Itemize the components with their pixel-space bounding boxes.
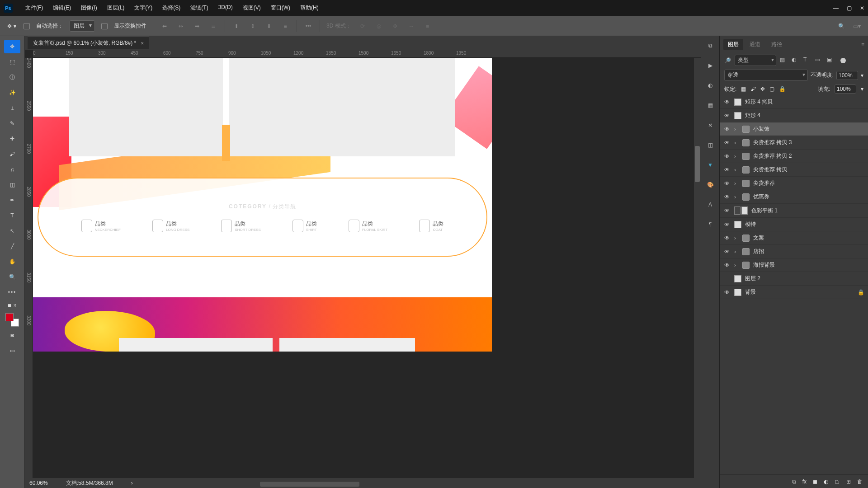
- filter-toggle-icon[interactable]: [840, 58, 846, 63]
- expand-arrow-icon[interactable]: ›: [734, 235, 739, 241]
- layer-row[interactable]: 👁背景🔒: [720, 286, 868, 299]
- layer-name[interactable]: 文案: [753, 234, 764, 242]
- menu-filter[interactable]: 滤镜(T): [187, 2, 212, 14]
- eraser-tool[interactable]: ◫: [4, 178, 20, 192]
- lock-artboard-icon[interactable]: ▢: [769, 86, 774, 92]
- align-vcenter-icon[interactable]: ⇕: [248, 21, 258, 31]
- color-swatches[interactable]: [5, 313, 19, 327]
- clone-stamp-tool[interactable]: ⎌: [4, 163, 20, 176]
- panel-icon[interactable]: A: [705, 200, 715, 210]
- filter-shape-icon[interactable]: ▭: [815, 56, 823, 65]
- new-layer-icon[interactable]: ⊞: [846, 479, 851, 485]
- opacity-input[interactable]: 100%: [836, 71, 858, 80]
- expand-arrow-icon[interactable]: ›: [734, 194, 739, 200]
- line-tool[interactable]: ╱: [4, 239, 20, 253]
- canvas[interactable]: COTEGORY / 分类导航 品类NECKERCHIEF品类LONG DRES…: [33, 58, 694, 478]
- menu-file[interactable]: 文件(F): [22, 2, 47, 14]
- panel-icon[interactable]: ▦: [705, 100, 715, 110]
- visibility-toggle[interactable]: 👁: [723, 126, 731, 133]
- expand-arrow-icon[interactable]: ›: [734, 153, 739, 160]
- dropdown-icon[interactable]: ▾: [861, 86, 863, 92]
- layer-row[interactable]: 👁矩形 4: [720, 109, 868, 122]
- type-tool[interactable]: T: [4, 209, 20, 222]
- visibility-toggle[interactable]: 👁: [723, 262, 731, 269]
- lasso-tool[interactable]: ⓛ: [4, 70, 20, 84]
- scrollbar-thumb[interactable]: [695, 146, 700, 182]
- delete-layer-icon[interactable]: 🗑: [857, 479, 863, 485]
- visibility-toggle[interactable]: 👁: [723, 153, 731, 160]
- status-arrow-icon[interactable]: ›: [131, 480, 133, 486]
- panel-icon[interactable]: ▶: [705, 61, 715, 70]
- align-bottom-icon[interactable]: ⬇: [264, 21, 274, 31]
- layer-row[interactable]: 👁›尖货推荐 拷贝 2: [720, 150, 868, 163]
- expand-arrow-icon[interactable]: ›: [734, 167, 739, 173]
- swap-colors-icon[interactable]: ⤭: [13, 303, 17, 308]
- visibility-toggle[interactable]: 👁: [723, 207, 731, 214]
- vertical-ruler[interactable]: 2400255027002850300031503300: [25, 58, 33, 478]
- visibility-toggle[interactable]: 👁: [723, 180, 731, 187]
- layer-row[interactable]: 👁›尖货推荐 拷贝 3: [720, 136, 868, 150]
- visibility-toggle[interactable]: 👁: [723, 112, 731, 119]
- layer-row[interactable]: 👁›小装饰: [720, 122, 868, 136]
- filter-pixel-icon[interactable]: ▧: [780, 56, 788, 65]
- filter-type-icon[interactable]: T: [803, 56, 811, 65]
- layer-row[interactable]: 👁›文案: [720, 231, 868, 245]
- document-tab[interactable]: 女装首页.psd @ 60.1% (小装饰, RGB/8#) * ×: [28, 37, 149, 49]
- path-select-tool[interactable]: ↖: [4, 224, 20, 238]
- more-options-icon[interactable]: •••: [303, 21, 313, 31]
- default-colors-icon[interactable]: ◼: [8, 303, 11, 308]
- visibility-toggle[interactable]: 👁: [723, 99, 731, 106]
- layer-list[interactable]: 👁矩形 4 拷贝👁矩形 4👁›小装饰👁›尖货推荐 拷贝 3👁›尖货推荐 拷贝 2…: [720, 95, 868, 474]
- visibility-toggle[interactable]: 👁: [723, 275, 731, 282]
- layer-name[interactable]: 尖货推荐 拷贝: [753, 166, 787, 174]
- panel-icon[interactable]: ◫: [705, 140, 715, 150]
- menu-type[interactable]: 文字(Y): [131, 2, 156, 14]
- eyedropper-tool[interactable]: ✎: [4, 117, 20, 130]
- layer-row[interactable]: 👁›海报背景: [720, 258, 868, 272]
- screenmode-tool[interactable]: ▭: [4, 344, 20, 357]
- lock-pixels-icon[interactable]: 🖌: [750, 86, 756, 92]
- expand-arrow-icon[interactable]: ›: [734, 249, 739, 255]
- menu-help[interactable]: 帮助(H): [297, 2, 322, 14]
- zoom-level[interactable]: 60.06%: [29, 480, 48, 486]
- document-size[interactable]: 文档:58.5M/366.8M: [66, 479, 113, 487]
- visibility-toggle[interactable]: 👁: [723, 289, 731, 296]
- layer-name[interactable]: 背景: [745, 288, 756, 296]
- layer-name[interactable]: 店招: [753, 248, 764, 255]
- edit-toolbar[interactable]: •••: [4, 286, 20, 299]
- move-tool-icon[interactable]: ✥ ▾: [6, 21, 17, 32]
- align-top-icon[interactable]: ⬆: [231, 21, 241, 31]
- align-hcenter-icon[interactable]: ⇔: [176, 21, 186, 31]
- layer-row[interactable]: 👁图层 2: [720, 272, 868, 286]
- link-layers-icon[interactable]: ⧉: [792, 479, 796, 485]
- layer-name[interactable]: 优惠券: [753, 193, 769, 201]
- blend-mode-select[interactable]: 穿透: [724, 70, 808, 81]
- lock-icon[interactable]: 🔒: [858, 289, 864, 296]
- dropdown-icon[interactable]: ▾: [861, 72, 863, 79]
- workspace-switcher-icon[interactable]: ▭▾: [852, 21, 862, 31]
- show-transform-checkbox[interactable]: [101, 23, 108, 29]
- layer-name[interactable]: 海报背景: [753, 261, 775, 269]
- move-tool[interactable]: ✥: [4, 40, 20, 53]
- menu-3d[interactable]: 3D(D): [215, 2, 236, 14]
- align-distribute-v-icon[interactable]: ≡: [280, 21, 290, 31]
- layer-row[interactable]: 👁›尖货推荐 拷贝: [720, 163, 868, 177]
- magic-wand-tool[interactable]: ✨: [4, 86, 20, 99]
- pen-tool[interactable]: ✒: [4, 193, 20, 207]
- layer-name[interactable]: 模特: [745, 221, 756, 228]
- layer-fx-icon[interactable]: fx: [802, 479, 807, 485]
- expand-arrow-icon[interactable]: ›: [734, 262, 739, 268]
- hand-tool[interactable]: ✋: [4, 255, 20, 268]
- align-left-icon[interactable]: ⬅: [160, 21, 170, 31]
- menu-edit[interactable]: 编辑(E): [49, 2, 75, 14]
- filter-type-select[interactable]: 类型: [735, 55, 776, 66]
- layer-name[interactable]: 尖货推荐 拷贝 2: [753, 152, 792, 160]
- expand-arrow-icon[interactable]: ›: [734, 126, 739, 132]
- layer-name[interactable]: 矩形 4: [745, 112, 760, 119]
- panel-icon[interactable]: ¶: [705, 220, 715, 230]
- layer-name[interactable]: 图层 2: [745, 275, 760, 282]
- panel-icon[interactable]: ⧉: [705, 41, 715, 51]
- auto-select-target[interactable]: 图层: [70, 20, 95, 32]
- search-icon[interactable]: 🔍: [836, 21, 846, 31]
- layer-name[interactable]: 小装饰: [753, 125, 769, 133]
